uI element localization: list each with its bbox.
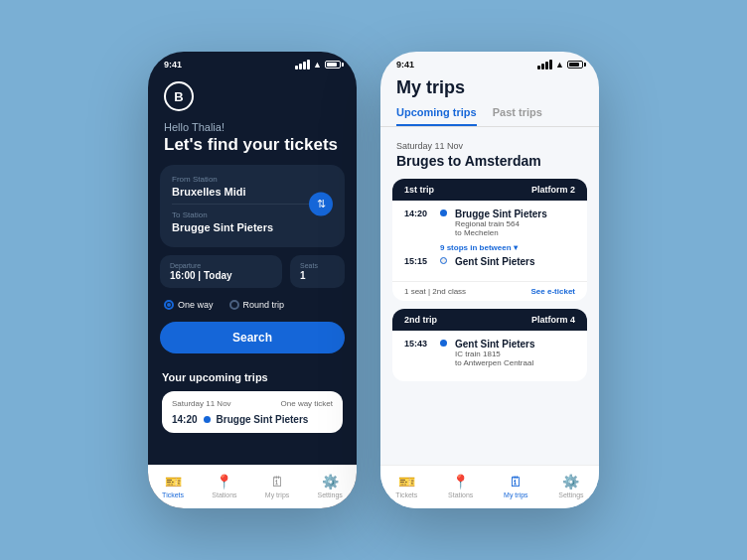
timeline-dep2: 15:43 Gent Sint Pieters IC train 1815 to… — [404, 339, 575, 367]
right-header: My trips — [380, 73, 599, 106]
right-phone: 9:41 ▲ My trips Upcoming trips Past trip… — [380, 52, 599, 508]
arr-station: Gent Sint Pieters — [455, 256, 575, 267]
upcoming-section: Your upcoming trips Saturday 11 Nov One … — [148, 361, 357, 439]
my-trips-icon: 🗓 — [270, 474, 284, 490]
greeting-section: Hello Thalia! Let's find your tickets — [148, 115, 357, 165]
train-to: to Mechelen — [455, 228, 575, 237]
nav-my-trips-label: My trips — [265, 491, 290, 498]
right-nav-settings[interactable]: ⚙️ Settings — [558, 474, 583, 498]
left-time: 9:41 — [164, 60, 182, 70]
tab-past[interactable]: Past trips — [493, 106, 542, 126]
right-nav-stations-label: Stations — [448, 491, 473, 498]
round-trip-option[interactable]: Round trip — [229, 300, 285, 310]
timeline-info: Brugge Sint Pieters Regional train 564 t… — [455, 209, 575, 237]
segment-2-card: 2nd trip Platform 4 15:43 Gent Sint Piet… — [392, 309, 587, 381]
left-bottom-nav: 🎫 Tickets 📍 Stations 🗓 My trips ⚙️ Setti… — [148, 465, 357, 508]
right-time: 9:41 — [396, 60, 414, 70]
trip-date-section: Saturday 11 Nov Bruges to Amsterdam — [380, 137, 599, 175]
dep2-time: 15:43 — [404, 339, 432, 349]
see-eticket-link[interactable]: See e-ticket — [531, 287, 575, 296]
segment-1-body: 14:20 Brugge Sint Pieters Regional train… — [392, 201, 587, 281]
left-status-icons: ▲ — [295, 60, 341, 70]
segment-1-platform: Platform 2 — [531, 185, 575, 195]
right-tickets-icon: 🎫 — [398, 474, 415, 490]
left-status-bar: 9:41 ▲ — [148, 52, 357, 73]
search-card: From Station Bruxelles Midi To Station B… — [160, 165, 345, 247]
trip-type-selector: One way Round trip — [148, 296, 357, 314]
left-phone: 9:41 ▲ B Hello Thalia! Let's find your t… — [148, 52, 357, 508]
nav-tickets-label: Tickets — [162, 491, 184, 498]
right-bottom-nav: 🎫 Tickets 📍 Stations 🗓 My trips ⚙️ Setti… — [380, 465, 599, 508]
trip-card-type: One way ticket — [281, 399, 333, 408]
trip-card-header: Saturday 11 Nov One way ticket — [172, 399, 333, 408]
seats-label: Seats — [300, 262, 335, 269]
nav-tickets[interactable]: 🎫 Tickets — [162, 474, 184, 498]
trip-card-row: 14:20 Brugge Sint Pieters — [172, 414, 333, 425]
seats-field[interactable]: Seats 1 — [290, 255, 345, 288]
one-way-option[interactable]: One way — [164, 300, 214, 310]
nav-stations[interactable]: 📍 Stations — [212, 474, 236, 498]
right-stations-icon: 📍 — [452, 474, 469, 490]
one-way-radio[interactable] — [164, 300, 174, 310]
segment-2-label: 2nd trip — [404, 315, 437, 325]
swap-button[interactable]: ⇅ — [309, 192, 333, 215]
battery-icon — [325, 61, 341, 69]
arrival-time: 15:15 — [404, 256, 432, 266]
trip-card-date: Saturday 11 Nov — [172, 399, 231, 408]
settings-icon: ⚙️ — [322, 474, 339, 490]
to-label: To Station — [172, 210, 333, 219]
timeline-departure: 14:20 Brugge Sint Pieters Regional train… — [404, 209, 575, 237]
timeline-arrival: 15:15 Gent Sint Pieters — [404, 256, 575, 267]
wifi-icon: ▲ — [313, 60, 322, 70]
segment-2-body: 15:43 Gent Sint Pieters IC train 1815 to… — [392, 331, 587, 381]
chevron-down-icon: ▾ — [514, 243, 518, 252]
dep-station: Brugge Sint Pieters — [455, 209, 575, 219]
timeline-info2: Gent Sint Pieters IC train 1815 to Antwe… — [455, 339, 575, 367]
segment-1-footer: 1 seat | 2nd class See e-ticket — [392, 281, 587, 301]
nav-settings-label: Settings — [318, 491, 343, 498]
right-nav-settings-label: Settings — [558, 491, 583, 498]
logo-area: B — [148, 73, 357, 115]
to-station-field[interactable]: To Station Brugge Sint Pieters — [172, 210, 333, 233]
right-settings-icon: ⚙️ — [562, 474, 579, 490]
greeting-title: Let's find your tickets — [164, 135, 341, 155]
tab-upcoming[interactable]: Upcoming trips — [396, 106, 477, 126]
right-nav-tickets-label: Tickets — [395, 491, 417, 498]
dep2-station: Gent Sint Pieters — [455, 339, 575, 350]
right-nav-my-trips[interactable]: 🗓 My trips — [504, 474, 528, 498]
nav-stations-label: Stations — [212, 491, 236, 498]
departure-time: 14:20 — [404, 209, 432, 218]
seats-value: 1 — [300, 270, 335, 281]
train-name: Regional train 564 — [455, 219, 575, 228]
nav-my-trips[interactable]: 🗓 My trips — [265, 474, 290, 498]
arrival-dot-icon — [440, 257, 447, 264]
nav-settings[interactable]: ⚙️ Settings — [318, 474, 343, 498]
trip-time: 14:20 — [172, 414, 198, 425]
from-value: Bruxelles Midi — [172, 186, 333, 198]
signal-icon — [295, 60, 310, 70]
one-way-label: One way — [178, 300, 214, 310]
stations-icon: 📍 — [216, 474, 232, 490]
blue-dot-icon — [204, 416, 211, 423]
right-nav-tickets[interactable]: 🎫 Tickets — [395, 474, 417, 498]
departure-value: 16:00 | Today — [170, 270, 272, 281]
brand-logo: B — [164, 81, 194, 111]
trips-tabs: Upcoming trips Past trips — [380, 106, 599, 127]
stops-link[interactable]: 9 stops in between ▾ — [440, 243, 575, 252]
right-status-icons: ▲ — [537, 60, 583, 70]
round-trip-radio[interactable] — [229, 300, 239, 310]
row-fields: Departure 16:00 | Today Seats 1 — [160, 255, 345, 288]
seat-info: 1 seat | 2nd class — [404, 287, 466, 296]
right-wifi-icon: ▲ — [555, 60, 564, 70]
upcoming-trip-card[interactable]: Saturday 11 Nov One way ticket 14:20 Bru… — [162, 391, 343, 433]
right-nav-stations[interactable]: 📍 Stations — [448, 474, 473, 498]
from-station-field[interactable]: From Station Bruxelles Midi — [172, 175, 333, 198]
arrival-info: Gent Sint Pieters — [455, 256, 575, 267]
search-button[interactable]: Search — [160, 322, 345, 353]
upcoming-title: Your upcoming trips — [162, 371, 343, 383]
greeting-hello: Hello Thalia! — [164, 121, 341, 133]
from-label: From Station — [172, 175, 333, 184]
segment-1-header: 1st trip Platform 2 — [392, 179, 587, 201]
departure-field[interactable]: Departure 16:00 | Today — [160, 255, 282, 288]
segment-2-platform: Platform 4 — [531, 315, 575, 325]
